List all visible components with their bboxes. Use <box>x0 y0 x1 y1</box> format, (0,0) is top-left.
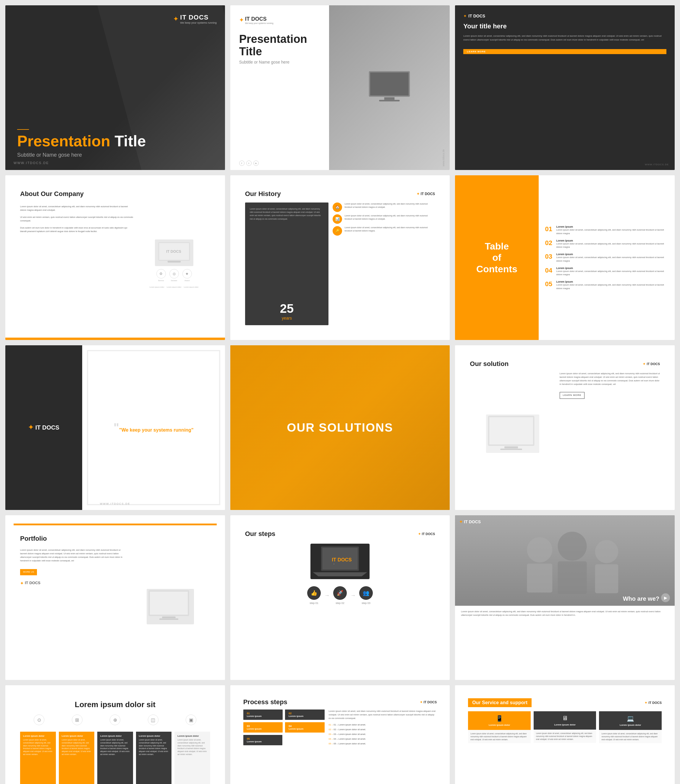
mobile-icon: 📱 <box>496 715 503 722</box>
slide5-left-box: Lorem ipsum dolor sit amet, consectetuer… <box>245 203 329 325</box>
slide5-logo: ✦ IT DOCS <box>417 192 435 196</box>
slide3-logo-icon: ✦ <box>463 14 467 18</box>
slide13-card5-text: Lorem ipsum dolor sit amet, consectetuer… <box>177 738 207 756</box>
step2-icon: 🚀 <box>333 586 347 600</box>
slide-9: Our solution ✦ IT DOCS <box>455 345 675 510</box>
slide14-row-2: 03 Lorem ipsum 04 Lorem ipsum <box>243 722 324 732</box>
slide-15: Our Service and support ✦ IT DOCS 📱 Lore… <box>455 685 675 784</box>
svg-text:IT DOCS: IT DOCS <box>166 250 181 253</box>
slide3-learn-btn[interactable]: LEARN MORE <box>463 49 666 54</box>
step3-num: 03 <box>247 724 250 727</box>
slide15-card-2: 🖥 Lorem ipsum dolor Lorem ipsum dolor si… <box>534 711 597 743</box>
toc-item-3: 03 Lorem ipsumLorem ipsum dolor sit amet… <box>545 253 668 263</box>
slide7-logo-icon: ✦ <box>28 423 33 431</box>
slide2-website: www.itdocs.de <box>442 149 445 167</box>
gear-icon: ⚙ <box>156 269 166 279</box>
svg-rect-11 <box>500 449 522 450</box>
slide14-step-1: 01 Lorem ipsum <box>243 710 283 720</box>
slide14-heading: Process steps <box>243 698 287 706</box>
step1-label: step 01 <box>310 601 318 605</box>
slide10-body: Lorem ipsum dolor sit amet, consectetuer… <box>20 548 126 563</box>
laptop-icon: 💻 <box>627 715 634 722</box>
slide4-icons: ⚙ Service ◎ Solution ★ Award <box>156 269 192 282</box>
history-icon-2: 📊 <box>333 214 342 224</box>
slide-5: Our History ✦ IT DOCS Lorem ipsum dolor … <box>230 175 450 340</box>
slide7-logo-name: IT DOCS <box>35 424 59 431</box>
svg-rect-25 <box>595 564 618 593</box>
slide12-people <box>455 515 675 606</box>
step1-num: 01 <box>247 712 250 715</box>
slide9-text: Lorem ipsum dolor sit amet, consectetuer… <box>560 372 660 495</box>
slide14-list-3: 03 – Lorem ipsum dolor sit amet. <box>329 732 437 737</box>
toc-num-1: 01 <box>545 225 554 233</box>
slide15-card2-top: 🖥 Lorem ipsum dolor <box>534 711 597 730</box>
slide15-card2-body: Lorem ipsum dolor sit amet, consectetuer… <box>534 730 597 743</box>
slide4-p2: Ut wisi enim ad minim veniam, quis nostr… <box>20 216 133 223</box>
slide4-visual: IT DOCS ⚙ Service ◎ Solution ★ <box>138 205 210 323</box>
slide9-learn-btn[interactable]: LEARN MORE <box>560 392 585 399</box>
slide11-step-3: 👥 step 03 <box>359 586 373 605</box>
svg-rect-21 <box>527 564 552 592</box>
slide6-left: TableofContents <box>455 175 538 340</box>
slide11-logo: ✦ IT DOCS <box>418 532 435 536</box>
slide14-logo: ✦ IT DOCS <box>420 701 437 704</box>
slide11-laptop-svg: IT DOCS ✦ <box>312 545 368 578</box>
slide5-header: Our History ✦ IT DOCS <box>245 190 435 198</box>
svg-rect-1 <box>370 72 409 96</box>
slide10-visual <box>131 548 210 665</box>
slide15-heading: Our Service and support <box>472 700 527 705</box>
slide1-title-bold: Presentation <box>17 132 110 150</box>
slide15-card3-title: Lorem ipsum dolor <box>620 724 641 726</box>
circle-icon-2: ⊞ <box>72 715 82 725</box>
slide11-logo-name: IT DOCS <box>422 532 435 536</box>
slide5-item-2: 📊 Lorem ipsum dolor sit amet, consectetu… <box>333 214 435 224</box>
slide1-logo: ✦ IT DOCS We keep your systems running <box>173 14 216 24</box>
step5-num: 05 <box>247 737 250 740</box>
slide13-cards: Lorem ipsum dolor Lorem ipsum dolor sit … <box>20 732 210 784</box>
slide11-heading: Our steps <box>245 530 275 538</box>
toc-title-5: Lorem ipsum <box>556 280 668 283</box>
slide1-title: Presentation Title <box>17 133 213 150</box>
slide14-logo-icon: ✦ <box>420 701 422 704</box>
slide2-logo: ✦ IT DOCS We keep your systems running <box>239 16 331 24</box>
slide10-more-btn[interactable]: MORE US <box>20 569 37 575</box>
toc-text-4: Lorem ipsum dolor sit amet, consectetuer… <box>556 269 668 276</box>
slide11-steps: 👍 step 01 → 🚀 step 02 → 👥 step 03 <box>245 586 435 605</box>
svg-text:✦: ✦ <box>333 563 335 565</box>
slide7-quote-area: "We keep your systems running" <box>87 350 220 505</box>
slide11-laptop-area: IT DOCS ✦ <box>245 544 435 579</box>
slide15-title-box: Our Service and support <box>468 698 532 707</box>
toc-item-5: 05 Lorem ipsumLorem ipsum dolor sit amet… <box>545 280 668 290</box>
slide14-logo-name: IT DOCS <box>423 701 437 704</box>
svg-rect-3 <box>379 100 400 101</box>
slide4-label-2: Lorem ipsum dolor <box>167 286 181 288</box>
toc-num-2: 02 <box>545 239 554 247</box>
slide14-row-1: 01 Lorem ipsum 02 Lorem ipsum <box>243 710 324 720</box>
slide14-step-2: 02 Lorem ipsum <box>285 710 324 720</box>
slide-2: ✦ IT DOCS We keep your systems running P… <box>230 5 450 170</box>
circle-icon-5: ▣ <box>186 715 196 725</box>
slide13-card-4: Lorem ipsum dolor Lorem ipsum dolor sit … <box>136 732 172 784</box>
slide5-logo-name: IT DOCS <box>421 192 435 196</box>
slide14-step-3: 03 Lorem ipsum <box>243 722 283 732</box>
svg-point-24 <box>595 540 618 563</box>
toc-title-2: Lorem ipsum <box>556 239 668 242</box>
slide9-monitor-svg <box>486 414 536 450</box>
slide5-item-1-text: Lorem ipsum dolor sit amet, consectetuer… <box>345 203 435 209</box>
toc-text-3: Lorem ipsum dolor sit amet, consectetuer… <box>556 256 668 263</box>
circle-icon-1: ⊙ <box>34 715 44 725</box>
slide-12: ✦ IT DOCS ▶ Who are we? Lorem ipsum dolo… <box>455 515 675 680</box>
step5-label: Lorem ipsum <box>247 740 262 743</box>
slide4-icon-label-1: Service <box>158 280 164 282</box>
slide10-logo-name: IT DOCS <box>25 580 41 586</box>
svg-point-22 <box>557 532 587 560</box>
slide13-card3-title: Lorem ipsum dolor <box>100 735 130 737</box>
slide5-years: 25 <box>250 302 324 316</box>
slide15-logo: ✦ IT DOCS <box>645 701 662 705</box>
svg-point-20 <box>527 537 552 563</box>
step1-label: Lorem ipsum <box>247 715 262 718</box>
slide1-subtitle: Subtitle or Name gose here <box>17 152 213 158</box>
slide5-item-1: 🏠 Lorem ipsum dolor sit amet, consectetu… <box>333 203 435 212</box>
slide13-icon-1: ⊙ <box>34 715 44 725</box>
slide1-title-rest: Title <box>115 132 146 150</box>
